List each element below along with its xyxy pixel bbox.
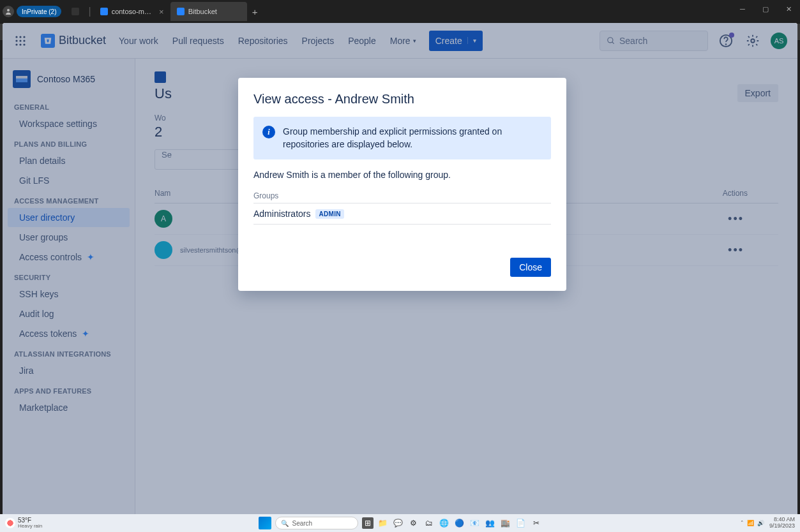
minimize-button[interactable]: ─ [731,0,754,18]
group-name: Administrators [253,209,310,219]
volume-icon[interactable]: 🔊 [757,520,764,526]
search-icon: 🔍 [281,520,289,527]
chat-icon[interactable]: 💬 [393,517,404,529]
tab-label: contoso-m365 / clouddemo — B… [112,8,155,15]
tab-label: Bitbucket [188,8,217,15]
info-text: Group membership and explicit permission… [283,126,542,151]
taskbar-search[interactable]: 🔍 Search [275,517,358,529]
tab-bitbucket[interactable]: Bitbucket × [170,2,247,21]
new-tab-button[interactable]: + [247,6,263,17]
browser-tab-strip: InPrivate (2) | contoso-m365 / clouddemo… [0,0,800,23]
modal-title: View access - Andrew Smith [253,92,551,107]
modal-footer: Close [253,258,551,277]
maximize-button[interactable]: ▢ [754,0,777,18]
task-view-icon[interactable]: ⊞ [362,517,374,529]
bitbucket-favicon [177,8,185,15]
member-line: Andrew Smith is a member of the followin… [253,170,551,180]
admin-badge: ADMIN [315,209,343,219]
info-icon: i [262,126,275,138]
wifi-icon[interactable]: 📶 [747,520,754,526]
chevron-up-icon[interactable]: ˄ [741,520,744,526]
weather-condition: Heavy rain [18,524,42,529]
windows-taskbar: 53°F Heavy rain 🔍 Search ⊞ 📁 💬 ⚙ 🗂 🌐 🔵 📧… [0,514,800,532]
explorer-icon[interactable]: 📁 [377,517,389,529]
snip-icon[interactable]: ✂ [531,517,542,529]
inprivate-badge: InPrivate (2) [17,6,61,17]
tab-blank[interactable] [65,2,86,21]
word-icon[interactable]: 📄 [515,517,527,529]
taskbar-tray: ˄ 📶 🔊 8:40 AM 9/19/2023 [741,517,795,529]
chrome-icon[interactable]: 🔵 [454,517,465,529]
tab-bar: InPrivate (2) | contoso-m365 / clouddemo… [3,2,262,21]
close-button[interactable]: Close [510,258,551,277]
bitbucket-favicon [100,8,108,15]
teams-icon[interactable]: 👥 [485,517,496,529]
start-button[interactable] [259,517,271,529]
taskbar-center: 🔍 Search ⊞ 📁 💬 ⚙ 🗂 🌐 🔵 📧 👥 🏬 📄 ✂ [259,517,542,529]
svg-point-0 [7,9,10,11]
store-icon[interactable]: 🏬 [500,517,511,529]
settings-icon[interactable]: ⚙ [408,517,419,529]
app-viewport: Bitbucket Your work Pull requests Reposi… [3,23,797,514]
edge-icon[interactable]: 🌐 [439,517,450,529]
view-access-modal: View access - Andrew Smith i Group membe… [238,78,566,291]
weather-widget[interactable]: 53°F Heavy rain [5,517,42,529]
close-window-button[interactable]: ✕ [777,0,800,18]
clock[interactable]: 8:40 AM 9/19/2023 [769,517,795,529]
files-icon[interactable]: 🗂 [423,517,435,529]
profile-bubble[interactable] [3,6,14,17]
close-icon[interactable]: × [159,7,164,17]
outlook-icon[interactable]: 📧 [469,517,481,529]
groups-header: Groups [253,189,551,203]
window-controls: ─ ▢ ✕ [731,0,800,18]
info-panel: i Group membership and explicit permissi… [253,117,551,159]
tab-clouddemo[interactable]: contoso-m365 / clouddemo — B… × [94,2,170,21]
weather-icon [5,518,15,528]
group-row: Administrators ADMIN [253,203,551,225]
